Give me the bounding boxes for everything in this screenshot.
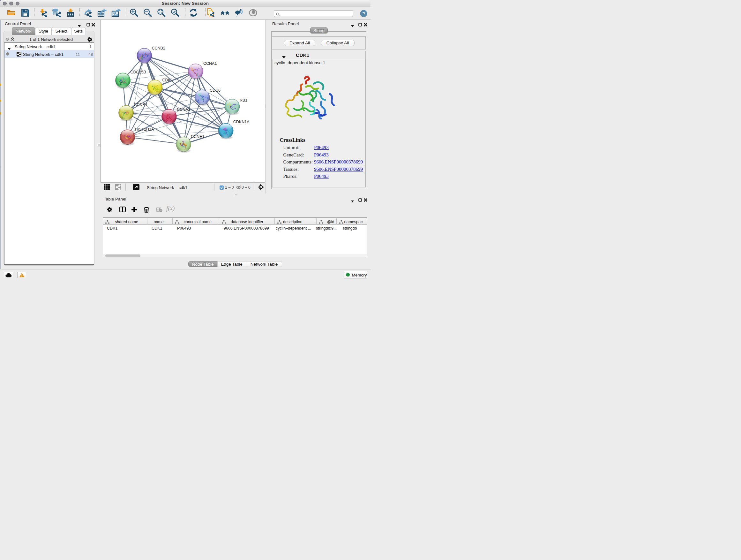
svg-text:CCNA1: CCNA1 (203, 61, 217, 66)
svg-text:RB1: RB1 (240, 98, 247, 103)
svg-text:CCNA2: CCNA2 (177, 107, 190, 112)
svg-text:CCNE1: CCNE1 (191, 134, 204, 139)
svg-text:CDK1: CDK1 (162, 78, 173, 82)
svg-text:CDKN1A: CDKN1A (233, 120, 249, 124)
svg-text:CDC25B: CDC25B (130, 70, 146, 74)
svg-text:CDC6: CDC6 (210, 88, 220, 92)
svg-text:HIST1H1A: HIST1H1A (135, 127, 154, 132)
svg-text:CCNB2: CCNB2 (151, 46, 165, 51)
svg-text:?: ? (362, 11, 365, 16)
svg-text:CCNB1: CCNB1 (134, 103, 147, 107)
